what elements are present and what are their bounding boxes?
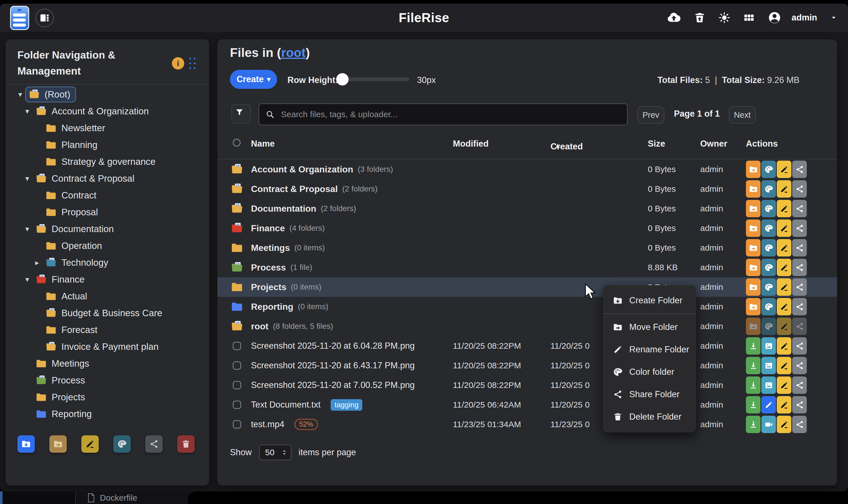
folder-tree-item[interactable]: Proposal xyxy=(6,204,209,221)
row-action-button[interactable] xyxy=(792,396,807,413)
row-action-button[interactable] xyxy=(792,278,807,296)
tree-caret-icon[interactable] xyxy=(22,174,32,183)
row-action-button[interactable] xyxy=(761,357,776,374)
table-row[interactable]: Process (1 file) 8.88 KB admin xyxy=(217,258,837,277)
search-input[interactable] xyxy=(280,109,621,120)
row-action-button[interactable] xyxy=(761,337,776,355)
row-action-button[interactable] xyxy=(761,259,776,276)
table-row[interactable]: test.mp4 52% 11/23/25 01:34AM 11/23/25 0… xyxy=(217,415,837,434)
folder-tree-item[interactable]: Process xyxy=(6,372,209,389)
folder-toolbar-button[interactable] xyxy=(113,435,131,453)
row-action-button[interactable] xyxy=(792,376,807,394)
row-action-button[interactable] xyxy=(761,219,776,237)
folder-tree-item[interactable]: Invoice & Payment plan xyxy=(6,338,209,355)
slider-thumb[interactable] xyxy=(336,73,349,86)
column-modified[interactable]: Modified xyxy=(453,139,489,149)
row-action-button[interactable] xyxy=(746,376,760,394)
folder-tree-item[interactable]: Reporting xyxy=(6,406,209,422)
trash-restore-icon[interactable] xyxy=(693,12,706,24)
row-action-button[interactable] xyxy=(777,337,791,355)
folder-toolbar-button[interactable] xyxy=(49,435,67,453)
folder-toolbar-button[interactable] xyxy=(145,435,163,453)
tree-caret-icon[interactable] xyxy=(32,258,42,267)
item-name[interactable]: test.mp4 xyxy=(251,419,284,429)
row-action-button[interactable] xyxy=(792,219,807,237)
tree-caret-icon[interactable] xyxy=(15,90,25,99)
item-name[interactable]: Meetings xyxy=(251,243,290,253)
row-action-button[interactable] xyxy=(792,298,807,316)
row-action-button[interactable] xyxy=(761,298,776,316)
filter-button[interactable] xyxy=(231,104,251,124)
column-size[interactable]: Size xyxy=(648,139,665,149)
tree-caret-icon[interactable] xyxy=(22,107,32,116)
row-action-button[interactable] xyxy=(761,180,776,198)
column-owner[interactable]: Owner xyxy=(700,139,727,149)
row-checkbox[interactable] xyxy=(233,381,241,389)
row-action-button[interactable] xyxy=(746,239,760,256)
row-action-button[interactable] xyxy=(761,376,776,394)
item-name[interactable]: Projects xyxy=(251,282,286,292)
row-action-button[interactable] xyxy=(746,219,760,237)
folder-tree-item[interactable]: Actual xyxy=(6,288,209,305)
row-action-button[interactable] xyxy=(746,357,760,374)
row-action-button[interactable] xyxy=(761,200,776,217)
row-action-button[interactable] xyxy=(792,239,807,256)
folder-toolbar-button[interactable] xyxy=(17,435,35,453)
row-action-button[interactable] xyxy=(746,416,760,433)
table-row[interactable]: Text Document.txt tagging 11/20/25 06:42… xyxy=(217,395,837,415)
root-breadcrumb-link[interactable]: root xyxy=(281,46,306,60)
row-height-slider[interactable] xyxy=(338,77,409,81)
user-menu-caret-icon[interactable] xyxy=(830,14,838,22)
folder-tree-item[interactable]: Forecast xyxy=(6,322,209,338)
menu-item[interactable]: Delete Folder xyxy=(603,406,696,428)
next-page-button[interactable]: Next xyxy=(729,106,756,124)
row-action-button[interactable] xyxy=(761,318,776,335)
table-row[interactable]: Account & Organization (3 folders) 0 Byt… xyxy=(217,160,837,179)
folder-tree-item[interactable]: Finance xyxy=(6,271,209,288)
row-action-button[interactable] xyxy=(777,396,791,413)
folder-tree-item[interactable]: Meetings xyxy=(6,355,209,372)
table-row[interactable]: Projects (0 items) 0 Bytes admin xyxy=(217,277,837,297)
folder-toolbar-button[interactable] xyxy=(81,435,99,453)
items-per-page-select[interactable]: 50 xyxy=(259,445,292,460)
menu-item[interactable]: Rename Folder xyxy=(603,338,696,361)
item-name[interactable]: Finance xyxy=(251,223,285,234)
item-name[interactable]: Process xyxy=(251,263,286,273)
folder-tree-item[interactable]: (Root) xyxy=(6,86,209,103)
row-action-button[interactable] xyxy=(777,180,791,198)
folder-tree-item[interactable]: Operation xyxy=(6,237,209,254)
folder-tree-item[interactable]: Contract xyxy=(6,187,209,204)
table-row[interactable]: Screenshot 2025-11-20 at 7.00.52 PM.png … xyxy=(217,375,837,395)
item-name[interactable]: Account & Organization xyxy=(251,164,353,175)
menu-item[interactable]: Color folder xyxy=(603,361,696,383)
row-action-button[interactable] xyxy=(792,357,807,374)
row-action-button[interactable] xyxy=(746,298,760,316)
view-toggle-button[interactable] xyxy=(35,9,54,27)
row-action-button[interactable] xyxy=(777,239,791,256)
row-action-button[interactable] xyxy=(746,259,760,276)
tree-caret-icon[interactable] xyxy=(22,275,32,284)
row-action-button[interactable] xyxy=(777,219,791,237)
row-action-button[interactable] xyxy=(792,180,807,198)
row-action-button[interactable] xyxy=(777,278,791,296)
menu-item[interactable]: Share Folder xyxy=(603,383,696,406)
table-row[interactable]: Screenshot 2025-11-20 at 6.04.28 PM.png … xyxy=(217,336,837,356)
item-name[interactable]: root xyxy=(251,321,268,331)
item-name[interactable]: Contract & Proposal xyxy=(251,184,338,194)
row-action-button[interactable] xyxy=(792,416,807,433)
table-row[interactable]: Finance (4 folders) 0 Bytes admin xyxy=(217,218,837,238)
row-checkbox[interactable] xyxy=(233,400,241,409)
row-checkbox[interactable] xyxy=(233,361,241,370)
folder-tree-item[interactable]: Strategy & governance xyxy=(6,153,209,170)
folder-tree-item[interactable]: Technology xyxy=(6,254,209,271)
folder-tree-item[interactable]: Projects xyxy=(6,389,209,406)
item-name[interactable]: Reporting xyxy=(251,302,293,312)
row-action-button[interactable] xyxy=(746,200,760,217)
folder-toolbar-button[interactable] xyxy=(177,435,195,453)
folder-tree-item[interactable]: Newsletter xyxy=(6,120,209,137)
row-action-button[interactable] xyxy=(777,416,791,433)
row-action-button[interactable] xyxy=(746,278,760,296)
column-name[interactable]: Name xyxy=(251,139,275,149)
row-action-button[interactable] xyxy=(777,200,791,217)
folder-tree-item[interactable]: Budget & Business Care xyxy=(6,305,209,322)
